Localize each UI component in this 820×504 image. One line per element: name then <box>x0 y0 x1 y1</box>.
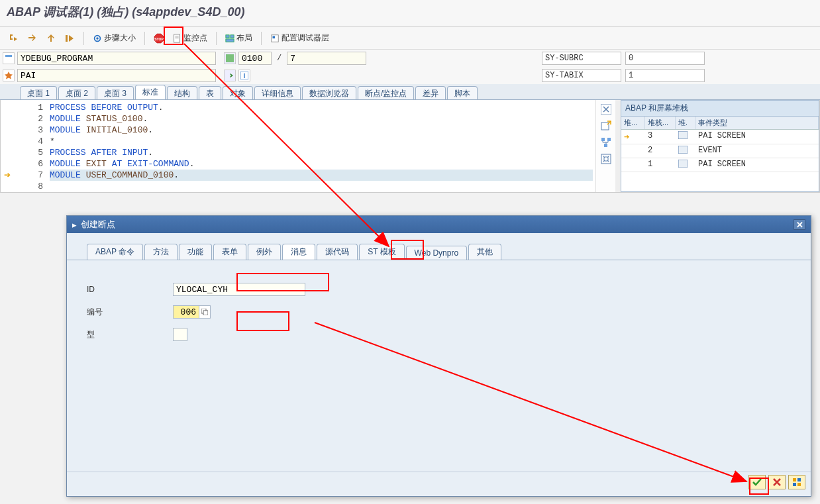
stack-table-header: 堆...堆栈...堆.事件类型 <box>621 117 819 130</box>
svg-rect-5 <box>174 34 180 42</box>
main-tab[interactable]: 脚本 <box>447 86 478 99</box>
execution-pointer-column: ➔ <box>1 100 14 192</box>
main-toolbar: 步骤大小 STOP 监控点 布局 配置调试器层 <box>0 27 820 50</box>
config-debugger-button[interactable]: 配置调试器层 <box>267 30 333 46</box>
hierarchy-icon[interactable] <box>601 137 611 150</box>
program-info-row: / SY-SUBRC 0 <box>0 50 820 67</box>
main-tab[interactable]: 结构 <box>167 86 197 99</box>
step-size-label: 步骤大小 <box>104 32 136 44</box>
code-panel-toolbar <box>595 100 615 192</box>
svg-rect-15 <box>226 54 234 62</box>
step-size-button[interactable]: 步骤大小 <box>89 30 139 46</box>
svg-rect-12 <box>273 36 276 38</box>
main-tab[interactable]: 桌面 2 <box>58 86 95 99</box>
main-tab[interactable]: 详细信息 <box>254 86 301 99</box>
stack-panel: ABAP 和屏幕堆栈 堆...堆栈...堆.事件类型 ➔3PAI SCREEN2… <box>621 100 819 192</box>
layout-icon <box>225 34 234 43</box>
step-out-button[interactable] <box>42 30 60 46</box>
svg-rect-21 <box>607 138 611 141</box>
stack-table-body: ➔3PAI SCREEN2EVENT1PAI SCREEN <box>621 130 819 172</box>
config-icon <box>270 34 280 43</box>
window-title: ABAP 调试器(1) (独占) (s4appdev_S4D_00) <box>0 0 820 27</box>
svg-rect-14 <box>5 55 12 57</box>
svg-text:STOP: STOP <box>154 36 164 40</box>
screen-icon <box>224 52 236 64</box>
event-info-row: i SY-TABIX 1 <box>0 67 820 84</box>
program-icon <box>3 52 15 64</box>
layout-label: 布局 <box>236 32 252 44</box>
sy-tabix-label: SY-TABIX <box>542 69 621 82</box>
stop-button[interactable]: STOP <box>150 30 168 46</box>
config-debugger-label: 配置调试器层 <box>282 32 329 44</box>
maximize-icon[interactable] <box>601 154 611 166</box>
svg-rect-25 <box>678 146 688 154</box>
main-tab[interactable]: 差异 <box>415 86 446 99</box>
stack-row[interactable]: 2EVENT <box>621 144 819 158</box>
svg-rect-8 <box>226 34 229 37</box>
svg-point-2 <box>96 37 99 40</box>
step-into-button[interactable] <box>5 30 23 46</box>
continue-button[interactable] <box>61 30 78 46</box>
svg-rect-0 <box>66 35 68 42</box>
main-tab[interactable]: 标准 <box>135 85 166 99</box>
svg-rect-10 <box>226 38 234 41</box>
svg-text:i: i <box>244 72 246 79</box>
step-over-button[interactable] <box>24 30 41 46</box>
slash-separator: / <box>274 54 284 63</box>
stack-panel-title: ABAP 和屏幕堆栈 <box>621 101 819 117</box>
nav-icon[interactable] <box>224 70 236 81</box>
new-window-icon[interactable] <box>601 121 611 133</box>
svg-rect-22 <box>604 144 607 147</box>
line-number-gutter: 12345678 <box>14 100 47 192</box>
debugger-content: ➔ 12345678 PROCESS BEFORE OUTPUT. MODULE… <box>0 100 820 193</box>
event-icon <box>3 70 15 81</box>
code-panel: 12345678 PROCESS BEFORE OUTPUT. MODULE S… <box>14 100 595 192</box>
gear-icon <box>93 34 102 43</box>
svg-rect-24 <box>678 131 688 139</box>
sy-subrc-value: 0 <box>625 52 705 65</box>
stack-row[interactable]: ➔3PAI SCREEN <box>621 130 819 144</box>
layout-button[interactable]: 布局 <box>222 30 256 46</box>
event-name-input[interactable] <box>17 69 216 82</box>
sy-tabix-value: 1 <box>625 69 705 82</box>
svg-rect-9 <box>231 34 234 37</box>
svg-rect-26 <box>678 160 688 168</box>
main-tab[interactable]: 数据浏览器 <box>302 86 356 99</box>
current-line-arrow-icon: ➔ <box>1 170 14 181</box>
program-name-input[interactable] <box>17 52 216 65</box>
source-code-view[interactable]: PROCESS BEFORE OUTPUT. MODULE STATUS_010… <box>47 100 595 192</box>
watchpoint-button[interactable]: 监控点 <box>169 30 211 46</box>
svg-rect-20 <box>601 138 605 141</box>
main-tab[interactable]: 表 <box>199 86 221 99</box>
document-icon <box>172 34 181 43</box>
close-panel-icon[interactable] <box>601 104 611 117</box>
line-number-input[interactable] <box>287 52 366 65</box>
screen-number-input[interactable] <box>238 52 272 65</box>
sy-subrc-label: SY-SUBRC <box>542 52 621 65</box>
info-icon[interactable]: i <box>238 70 250 81</box>
main-tab-strip: 桌面 1桌面 2桌面 3标准结构表对象详细信息数据浏览器断点/监控点差异脚本 <box>0 84 820 100</box>
main-tab[interactable]: 断点/监控点 <box>358 86 414 99</box>
watchpoint-label: 监控点 <box>183 32 207 44</box>
main-tab[interactable]: 对象 <box>223 86 253 99</box>
stack-row[interactable]: 1PAI SCREEN <box>621 158 819 172</box>
main-tab[interactable]: 桌面 3 <box>97 86 134 99</box>
main-tab[interactable]: 桌面 1 <box>20 86 57 99</box>
